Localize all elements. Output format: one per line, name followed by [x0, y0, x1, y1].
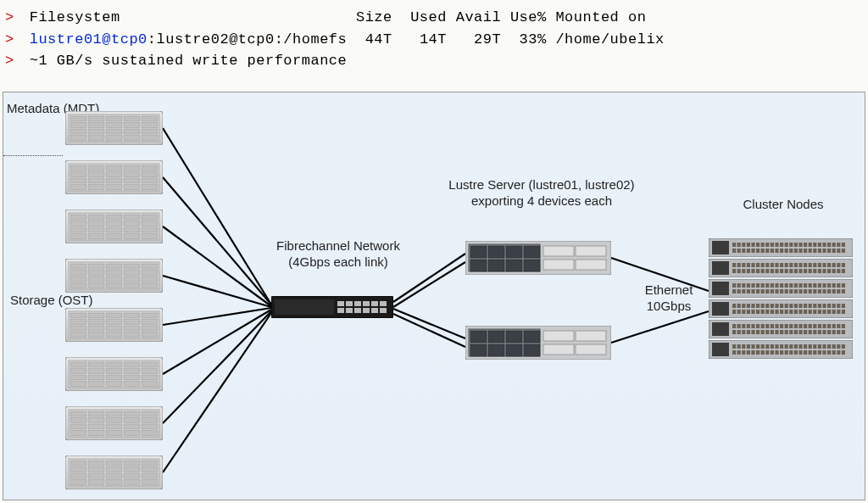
- svg-rect-326: [832, 263, 836, 267]
- svg-rect-466: [809, 324, 812, 328]
- svg-rect-275: [827, 249, 831, 253]
- svg-rect-225: [488, 344, 504, 356]
- svg-rect-415: [804, 310, 807, 314]
- svg-rect-445: [756, 330, 760, 334]
- svg-rect-437: [737, 330, 741, 334]
- svg-rect-120: [88, 333, 104, 338]
- svg-rect-30: [142, 129, 158, 134]
- svg-rect-324: [827, 263, 831, 267]
- svg-rect-459: [789, 330, 793, 334]
- svg-rect-175: [70, 467, 86, 472]
- svg-rect-378: [837, 283, 840, 288]
- svg-rect-47: [142, 172, 158, 177]
- svg-rect-440: [747, 324, 750, 328]
- svg-rect-463: [798, 330, 802, 334]
- svg-rect-455: [780, 330, 783, 334]
- svg-rect-201: [371, 308, 378, 313]
- svg-rect-55: [106, 185, 122, 190]
- svg-rect-28: [106, 129, 122, 134]
- svg-rect-368: [813, 283, 816, 288]
- svg-rect-77: [106, 234, 122, 239]
- svg-rect-278: [837, 243, 840, 247]
- svg-rect-16: [70, 116, 86, 121]
- svg-rect-202: [380, 301, 387, 306]
- svg-rect-206: [470, 246, 487, 258]
- svg-rect-249: [765, 249, 769, 253]
- svg-rect-53: [70, 185, 86, 190]
- svg-line-13: [611, 311, 709, 343]
- svg-rect-97: [70, 283, 86, 288]
- svg-rect-520: [818, 344, 821, 349]
- svg-rect-39: [88, 165, 104, 170]
- svg-rect-451: [771, 330, 774, 334]
- svg-rect-351: [771, 289, 774, 293]
- svg-rect-255: [780, 249, 783, 253]
- df-fs-rest: :lustre02@tcp0:/homefs 44T 14T 29T 33% /…: [147, 31, 665, 48]
- svg-rect-24: [124, 123, 140, 128]
- svg-rect-468: [813, 324, 816, 328]
- svg-rect-87: [70, 271, 86, 276]
- svg-rect-165: [106, 431, 122, 436]
- svg-rect-191: [275, 299, 334, 315]
- svg-rect-268: [813, 243, 816, 247]
- svg-rect-199: [363, 308, 370, 313]
- svg-rect-41: [124, 165, 140, 170]
- svg-rect-392: [751, 304, 754, 308]
- svg-rect-149: [88, 411, 104, 416]
- svg-rect-499: [765, 350, 769, 355]
- svg-rect-276: [832, 243, 836, 247]
- svg-rect-231: [576, 344, 606, 355]
- cluster-node-icon: [709, 259, 853, 277]
- svg-rect-234: [732, 243, 736, 247]
- svg-rect-346: [761, 283, 765, 288]
- svg-rect-332: [709, 279, 853, 298]
- svg-rect-449: [765, 330, 769, 334]
- svg-rect-220: [470, 331, 487, 343]
- svg-rect-399: [765, 310, 769, 314]
- svg-rect-453: [775, 330, 778, 334]
- svg-rect-233: [712, 241, 729, 254]
- svg-rect-119: [70, 333, 86, 338]
- svg-rect-476: [832, 324, 836, 328]
- svg-rect-161: [124, 424, 140, 429]
- svg-rect-188: [124, 480, 140, 485]
- svg-rect-496: [761, 344, 765, 349]
- storage-server-icon: [65, 111, 163, 145]
- svg-rect-495: [756, 350, 760, 355]
- svg-rect-179: [142, 467, 158, 472]
- svg-rect-216: [543, 260, 574, 270]
- svg-rect-46: [124, 172, 140, 177]
- svg-rect-259: [789, 249, 793, 253]
- svg-rect-318: [813, 263, 816, 267]
- svg-rect-159: [88, 424, 104, 429]
- svg-rect-477: [832, 330, 836, 334]
- svg-rect-508: [789, 344, 793, 349]
- svg-rect-184: [142, 473, 158, 478]
- svg-rect-105: [88, 313, 104, 318]
- svg-rect-155: [106, 418, 122, 423]
- svg-rect-271: [818, 249, 821, 253]
- svg-rect-63: [124, 215, 140, 220]
- svg-rect-333: [712, 282, 729, 295]
- prompt: >: [5, 9, 14, 25]
- svg-rect-387: [737, 310, 741, 314]
- storage-server-icon: [65, 455, 163, 489]
- storage-label: Storage (OST): [10, 293, 93, 309]
- svg-rect-402: [775, 304, 778, 308]
- svg-rect-461: [794, 330, 798, 334]
- svg-rect-317: [809, 269, 812, 273]
- svg-rect-360: [794, 283, 798, 288]
- svg-rect-64: [142, 215, 158, 220]
- svg-rect-277: [832, 249, 836, 253]
- svg-rect-207: [488, 246, 504, 258]
- svg-rect-409: [789, 310, 793, 314]
- svg-rect-493: [751, 350, 754, 355]
- svg-rect-48: [70, 178, 86, 183]
- lustre-server-icon: [465, 241, 611, 275]
- svg-rect-503: [775, 350, 778, 355]
- svg-rect-491: [747, 350, 750, 355]
- svg-rect-94: [106, 277, 122, 282]
- svg-rect-345: [756, 289, 760, 293]
- svg-rect-114: [70, 326, 86, 331]
- cluster-node-icon: [709, 299, 853, 318]
